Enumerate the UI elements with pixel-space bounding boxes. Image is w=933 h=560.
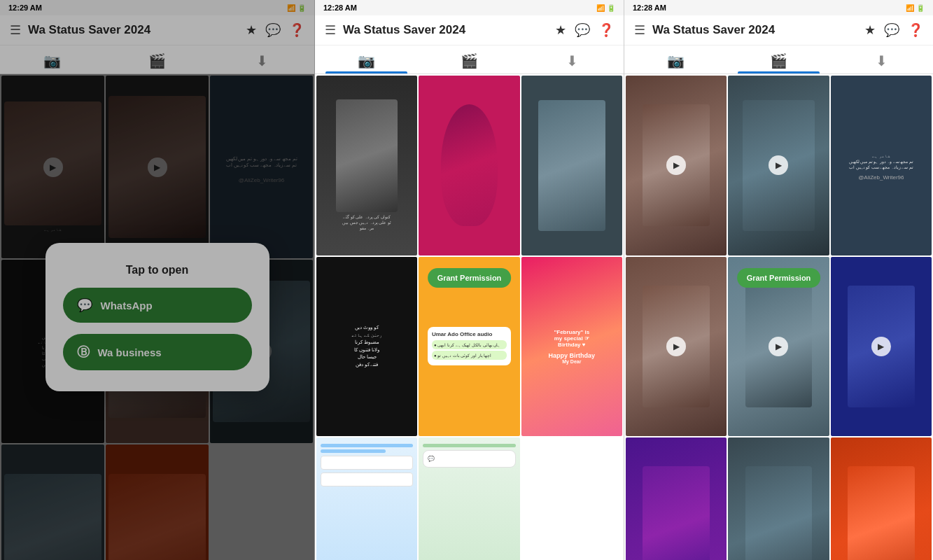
- tab-saved-2[interactable]: ⬇: [521, 46, 624, 74]
- play-icon-3-4: ▶: [666, 337, 686, 356]
- app-title-2: Wa Status Saver 2024: [343, 23, 548, 37]
- tab-video-3[interactable]: 🎬: [727, 46, 830, 74]
- whatsapp-button[interactable]: 💬 WhatsApp: [63, 288, 252, 323]
- tab-saved-3[interactable]: ⬇: [830, 46, 933, 74]
- panel-middle: 12:28 AM 📶 🔋 ☰ Wa Status Saver 2024 ★ 💬 …: [315, 0, 624, 560]
- media-cell-3-4[interactable]: ▶: [626, 257, 727, 437]
- menu-icon-3[interactable]: ☰: [634, 22, 645, 38]
- status-bar-2: 12:28 AM 📶 🔋: [315, 0, 624, 15]
- media-cell-3-6[interactable]: ▶: [831, 257, 932, 437]
- battery-icon-3: 🔋: [916, 4, 925, 12]
- media-cell-2-4[interactable]: کو ووٹ دیں رحمٰن کے ہاتھ مضبوط کرنا ولان…: [316, 257, 417, 437]
- tab-photo-1[interactable]: 📷: [0, 46, 105, 74]
- status-bar-3: 12:28 AM 📶 🔋: [624, 0, 933, 15]
- media-cell-2-1[interactable]: کنواں کی پردہ علی کو گئے ٹو علی پردہ نہی…: [316, 76, 417, 255]
- media-cell-2-7[interactable]: [316, 438, 417, 560]
- app-header-1: ☰ Wa Status Saver 2024 ★ 💬 ❓: [0, 15, 314, 46]
- play-icon-3-6: ▶: [871, 337, 891, 356]
- wa-business-label: Wa business: [98, 346, 162, 358]
- tab-video-2[interactable]: 🎬: [418, 46, 521, 74]
- dialog-overlay: Tap to open 💬 WhatsApp Ⓑ Wa business: [0, 74, 314, 560]
- media-grid-2: کنواں کی پردہ علی کو گئے ٹو علی پردہ نہی…: [315, 74, 624, 560]
- star-icon-3[interactable]: ★: [864, 22, 876, 38]
- battery-icon-1: 🔋: [297, 4, 306, 12]
- app-title-3: Wa Status Saver 2024: [652, 23, 857, 37]
- status-icons-1: 📶 🔋: [287, 4, 306, 12]
- help-icon-2[interactable]: ❓: [598, 22, 614, 38]
- wa-business-button[interactable]: Ⓑ Wa business: [63, 334, 252, 370]
- media-cell-2-8[interactable]: 💬: [419, 438, 519, 560]
- menu-icon-2[interactable]: ☰: [325, 22, 336, 38]
- help-icon-1[interactable]: ❓: [289, 22, 304, 38]
- media-cell-3-7[interactable]: [626, 438, 727, 560]
- star-icon-2[interactable]: ★: [555, 22, 566, 38]
- media-cell-2-3[interactable]: [521, 76, 622, 255]
- header-icons-1: ★ 💬 ❓: [246, 22, 304, 38]
- tab-photo-3[interactable]: 📷: [624, 46, 727, 74]
- dialog-box: Tap to open 💬 WhatsApp Ⓑ Wa business: [45, 243, 269, 391]
- tab-video-1[interactable]: 🎬: [105, 46, 210, 74]
- whatsapp-icon-2[interactable]: 💬: [575, 22, 590, 38]
- tab-bar-1: 📷 🎬 ⬇: [0, 46, 314, 74]
- time-2: 12:28 AM: [323, 4, 357, 12]
- media-cell-3-9[interactable]: [831, 438, 932, 560]
- signal-icon-1: 📶: [287, 4, 295, 12]
- signal-icon-3: 📶: [906, 4, 914, 12]
- time-3: 12:28 AM: [633, 4, 666, 12]
- star-icon-1[interactable]: ★: [246, 22, 257, 38]
- whatsapp-icon-3[interactable]: 💬: [884, 22, 899, 38]
- panel-right: 12:28 AM 📶 🔋 ☰ Wa Status Saver 2024 ★ 💬 …: [624, 0, 933, 560]
- media-cell-3-1[interactable]: ▶: [626, 76, 727, 255]
- menu-icon-1[interactable]: ☰: [10, 22, 21, 38]
- header-icons-2: ★ 💬 ❓: [555, 22, 614, 38]
- play-icon-3-1: ▶: [666, 155, 686, 175]
- media-cell-3-3[interactable]: شاعر ہے تم مجھ سے وہ دور ہو تم میں لکھیں…: [831, 76, 932, 255]
- whatsapp-btn-label: WhatsApp: [101, 300, 153, 312]
- wa-business-icon: Ⓑ: [77, 344, 90, 360]
- media-cell-3-2[interactable]: ▶: [728, 76, 829, 255]
- whatsapp-btn-icon: 💬: [77, 298, 92, 313]
- dialog-title: Tap to open: [126, 264, 188, 276]
- whatsapp-icon-1[interactable]: 💬: [265, 22, 281, 38]
- media-grid-3: ▶ ▶ شاعر ہے تم مجھ سے وہ دور ہو تم میں ل…: [624, 74, 933, 560]
- app-header-2: ☰ Wa Status Saver 2024 ★ 💬 ❓: [315, 15, 624, 46]
- signal-icon-2: 📶: [596, 4, 605, 12]
- media-cell-2-2[interactable]: [419, 76, 519, 255]
- battery-icon-2: 🔋: [607, 4, 615, 12]
- status-icons-2: 📶 🔋: [596, 4, 615, 12]
- media-cell-3-8[interactable]: [728, 438, 829, 560]
- panel-left: 12:29 AM 📶 🔋 ☰ Wa Status Saver 2024 ★ 💬 …: [0, 0, 315, 560]
- content-1: شاعر ہے ▶ ▶ تم مجھ سے وہ دور ہو تم میں ل…: [0, 74, 314, 560]
- tab-photo-2[interactable]: 📷: [315, 46, 418, 74]
- tab-bar-3: 📷 🎬 ⬇: [624, 46, 933, 74]
- media-cell-2-6[interactable]: "February" ismy special ☞Birthday ♥ Happ…: [521, 257, 622, 437]
- status-bar-1: 12:29 AM 📶 🔋: [0, 0, 314, 15]
- content-2: کنواں کی پردہ علی کو گئے ٹو علی پردہ نہی…: [315, 74, 624, 560]
- play-icon-3-2: ▶: [769, 155, 788, 175]
- tab-bar-2: 📷 🎬 ⬇: [315, 46, 624, 74]
- help-icon-3[interactable]: ❓: [908, 22, 923, 38]
- header-icons-3: ★ 💬 ❓: [864, 22, 923, 38]
- app-header-3: ☰ Wa Status Saver 2024 ★ 💬 ❓: [624, 15, 933, 46]
- content-3: ▶ ▶ شاعر ہے تم مجھ سے وہ دور ہو تم میں ل…: [624, 74, 933, 560]
- grant-permission-btn-2[interactable]: Grant Permission: [428, 268, 512, 288]
- tab-saved-1[interactable]: ⬇: [209, 46, 314, 74]
- status-icons-3: 📶 🔋: [906, 4, 925, 12]
- app-title-1: Wa Status Saver 2024: [28, 23, 239, 37]
- grant-permission-btn-3[interactable]: Grant Permission: [737, 268, 821, 288]
- play-icon-3-5: ▶: [769, 337, 788, 356]
- time-1: 12:29 AM: [8, 4, 42, 12]
